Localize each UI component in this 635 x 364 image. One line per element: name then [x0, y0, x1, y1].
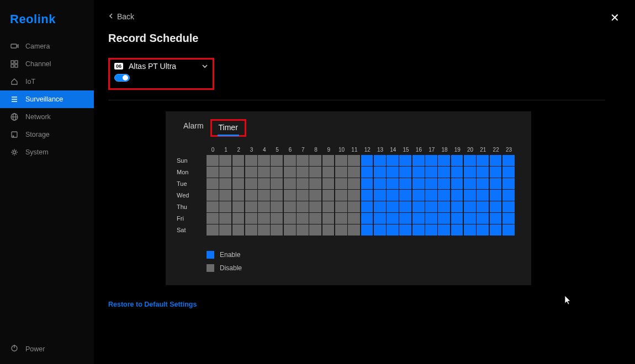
schedule-cell[interactable] [451, 167, 463, 178]
schedule-cell[interactable] [425, 201, 437, 212]
schedule-cell[interactable] [271, 167, 283, 178]
schedule-cell[interactable] [219, 213, 231, 224]
schedule-cell[interactable] [374, 224, 386, 235]
schedule-cell[interactable] [232, 190, 245, 201]
schedule-cell[interactable] [271, 224, 283, 235]
schedule-cell[interactable] [284, 224, 296, 235]
power-button[interactable]: Power [0, 334, 94, 364]
schedule-cell[interactable] [348, 155, 360, 166]
schedule-cell[interactable] [425, 224, 437, 235]
schedule-cell[interactable] [335, 167, 347, 178]
schedule-cell[interactable] [464, 167, 476, 178]
schedule-cell[interactable] [399, 201, 411, 212]
schedule-cell[interactable] [232, 167, 245, 178]
schedule-cell[interactable] [374, 213, 386, 224]
close-button[interactable]: ✕ [610, 12, 620, 23]
schedule-cell[interactable] [335, 178, 347, 189]
schedule-cell[interactable] [297, 167, 309, 178]
sidebar-item-surveillance[interactable]: Surveillance [0, 90, 94, 108]
schedule-cell[interactable] [477, 201, 489, 212]
schedule-cell[interactable] [284, 213, 296, 224]
schedule-cell[interactable] [335, 155, 347, 166]
schedule-cell[interactable] [477, 178, 489, 189]
schedule-cell[interactable] [232, 178, 245, 189]
schedule-cell[interactable] [451, 224, 463, 235]
schedule-cell[interactable] [490, 190, 502, 201]
schedule-cell[interactable] [348, 190, 360, 201]
schedule-cell[interactable] [387, 213, 399, 224]
schedule-cell[interactable] [258, 201, 270, 212]
schedule-cell[interactable] [477, 190, 489, 201]
schedule-cell[interactable] [232, 224, 245, 235]
schedule-cell[interactable] [387, 224, 399, 235]
schedule-cell[interactable] [438, 213, 450, 224]
schedule-cell[interactable] [361, 167, 373, 178]
schedule-cell[interactable] [425, 190, 437, 201]
schedule-cell[interactable] [412, 190, 425, 201]
schedule-cell[interactable] [245, 178, 257, 189]
schedule-cell[interactable] [464, 155, 476, 166]
schedule-cell[interactable] [374, 155, 386, 166]
schedule-cell[interactable] [309, 167, 321, 178]
schedule-cell[interactable] [271, 201, 283, 212]
schedule-cell[interactable] [258, 213, 270, 224]
schedule-cell[interactable] [399, 190, 411, 201]
schedule-cell[interactable] [464, 213, 476, 224]
schedule-cell[interactable] [297, 213, 309, 224]
schedule-cell[interactable] [258, 178, 270, 189]
sidebar-item-iot[interactable]: IoT [0, 73, 94, 90]
schedule-cell[interactable] [438, 224, 450, 235]
schedule-cell[interactable] [464, 201, 476, 212]
schedule-cell[interactable] [207, 155, 219, 166]
schedule-cell[interactable] [361, 190, 373, 201]
schedule-cell[interactable] [412, 224, 425, 235]
schedule-cell[interactable] [219, 201, 231, 212]
schedule-cell[interactable] [361, 155, 373, 166]
schedule-cell[interactable] [361, 201, 373, 212]
schedule-cell[interactable] [490, 167, 502, 178]
schedule-cell[interactable] [374, 167, 386, 178]
sidebar-item-system[interactable]: System [0, 143, 94, 161]
schedule-cell[interactable] [219, 167, 231, 178]
schedule-cell[interactable] [297, 201, 309, 212]
schedule-cell[interactable] [412, 201, 425, 212]
schedule-cell[interactable] [309, 155, 321, 166]
schedule-cell[interactable] [502, 167, 515, 178]
schedule-cell[interactable] [245, 155, 257, 166]
schedule-cell[interactable] [348, 167, 360, 178]
schedule-cell[interactable] [348, 178, 360, 189]
sidebar-item-storage[interactable]: Storage [0, 126, 94, 143]
schedule-cell[interactable] [438, 167, 450, 178]
schedule-cell[interactable] [245, 167, 257, 178]
schedule-cell[interactable] [245, 213, 257, 224]
schedule-cell[interactable] [361, 178, 373, 189]
schedule-cell[interactable] [374, 190, 386, 201]
schedule-cell[interactable] [322, 178, 335, 189]
schedule-cell[interactable] [464, 224, 476, 235]
schedule-cell[interactable] [438, 178, 450, 189]
schedule-cell[interactable] [271, 178, 283, 189]
schedule-cell[interactable] [271, 213, 283, 224]
schedule-cell[interactable] [361, 213, 373, 224]
schedule-cell[interactable] [387, 201, 399, 212]
schedule-cell[interactable] [322, 167, 335, 178]
schedule-cell[interactable] [258, 190, 270, 201]
schedule-cell[interactable] [451, 190, 463, 201]
schedule-cell[interactable] [399, 167, 411, 178]
schedule-cell[interactable] [284, 155, 296, 166]
schedule-cell[interactable] [490, 224, 502, 235]
schedule-cell[interactable] [451, 201, 463, 212]
schedule-cell[interactable] [219, 155, 231, 166]
schedule-cell[interactable] [502, 201, 515, 212]
schedule-cell[interactable] [309, 190, 321, 201]
schedule-cell[interactable] [258, 155, 270, 166]
schedule-cell[interactable] [412, 213, 425, 224]
schedule-cell[interactable] [271, 155, 283, 166]
tab-timer[interactable]: Timer [212, 121, 245, 135]
schedule-cell[interactable] [412, 167, 425, 178]
schedule-cell[interactable] [297, 190, 309, 201]
schedule-cell[interactable] [490, 213, 502, 224]
schedule-cell[interactable] [245, 201, 257, 212]
restore-link[interactable]: Restore to Default Settings [108, 301, 613, 308]
schedule-cell[interactable] [412, 178, 425, 189]
